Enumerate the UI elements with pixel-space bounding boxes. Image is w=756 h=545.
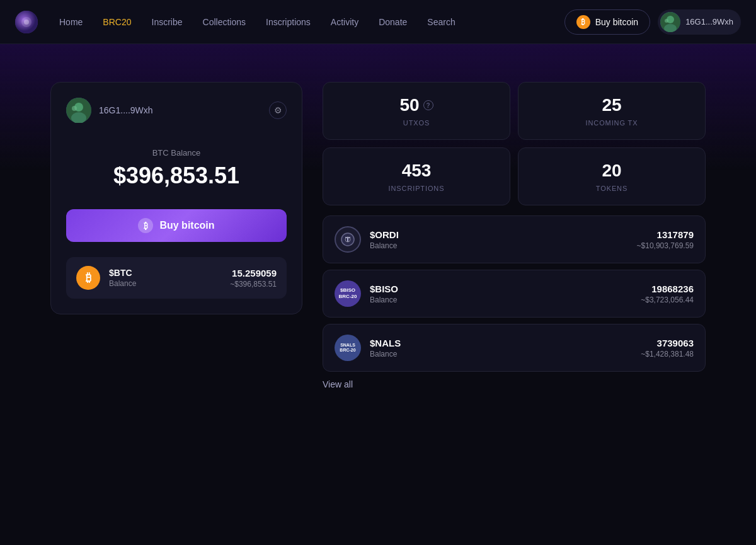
inscriptions-stat: 453 INSCRIPTIONS — [323, 147, 510, 205]
btc-balance-label: BTC Balance — [66, 148, 287, 158]
tokens-label: TOKENS — [531, 185, 692, 192]
btc-icon: ₿ — [576, 15, 590, 29]
nav-buy-bitcoin-button[interactable]: ₿ Buy bitcoin — [564, 9, 650, 35]
btc-token-balance-label: Balance — [109, 279, 221, 288]
nav-right: ₿ Buy bitcoin 16G1...9Wxh — [564, 9, 741, 35]
token-ordi-row[interactable]: $ORDI Balance 1317879 ~$10,903,769.59 — [323, 215, 706, 263]
wallet-avatar-area: 16G1....9Wxh — [66, 98, 153, 123]
btc-balance-amount: $396,853.51 — [66, 163, 287, 189]
svg-point-2 — [24, 20, 29, 25]
biso-amount: 19868236 — [641, 284, 694, 294]
nav-inscribe[interactable]: Inscribe — [143, 12, 192, 32]
token-nals-row[interactable]: SNALSBRC-20 $NALS Balance 3739063 ~$1,42… — [323, 324, 706, 372]
nav-inscriptions[interactable]: Inscriptions — [257, 12, 319, 32]
nav-collections[interactable]: Collections — [194, 12, 255, 32]
buy-bitcoin-button[interactable]: ₿ Buy bitcoin — [66, 209, 287, 242]
buy-bitcoin-icon: ₿ — [138, 218, 153, 233]
ordi-name: $ORDI — [370, 229, 628, 240]
tokens-stat: 20 TOKENS — [518, 147, 706, 205]
nals-usd: ~$1,428,381.48 — [641, 350, 694, 359]
user-address-label: 16G1...9Wxh — [685, 17, 733, 26]
ordi-info: $ORDI Balance — [370, 229, 628, 250]
nals-name: $NALS — [370, 338, 632, 348]
nav-activity[interactable]: Activity — [322, 12, 367, 32]
biso-name: $BISO — [370, 284, 632, 294]
btc-token-row[interactable]: ₿ $BTC Balance 15.259059 ~$396,853.51 — [66, 257, 287, 299]
wallet-avatar — [66, 98, 91, 123]
btc-token-amount: 15.259059 — [230, 268, 277, 278]
ordi-icon — [335, 226, 361, 253]
buy-bitcoin-btn-label: Buy bitcoin — [159, 220, 214, 231]
user-avatar — [660, 12, 680, 32]
incoming-tx-label: INCOMING TX — [531, 119, 692, 127]
nals-icon: SNALSBRC-20 — [335, 335, 361, 361]
nals-amounts: 3739063 ~$1,428,381.48 — [641, 338, 694, 359]
incoming-tx-value: 25 — [531, 95, 692, 115]
biso-balance-label: Balance — [370, 295, 632, 304]
nav-donate[interactable]: Donate — [370, 12, 416, 32]
ordi-usd: ~$10,903,769.59 — [637, 241, 694, 250]
utxos-info-icon[interactable]: ? — [423, 100, 433, 110]
nals-balance-label: Balance — [370, 350, 632, 359]
buy-bitcoin-label: Buy bitcoin — [595, 17, 638, 27]
user-profile-button[interactable]: 16G1...9Wxh — [658, 9, 741, 35]
ordi-amount: 1317879 — [637, 229, 694, 240]
nav-search[interactable]: Search — [418, 12, 464, 32]
biso-amounts: 19868236 ~$3,723,056.44 — [641, 284, 694, 304]
biso-info: $BISO Balance — [370, 284, 632, 304]
btc-token-icon: ₿ — [76, 266, 100, 290]
tokens-value: 20 — [531, 161, 692, 181]
biso-icon: $BISOBRC-20 — [335, 280, 361, 307]
main-content: 16G1....9Wxh ⚙ BTC Balance $396,853.51 ₿… — [0, 44, 756, 427]
inscriptions-label: INSCRIPTIONS — [336, 185, 497, 192]
incoming-tx-stat: 25 INCOMING TX — [518, 82, 706, 140]
stats-grid: 50 ? UTXOS 25 INCOMING TX 453 INSCRIPTIO… — [323, 82, 706, 205]
wallet-card: 16G1....9Wxh ⚙ BTC Balance $396,853.51 ₿… — [50, 82, 302, 314]
token-list: $ORDI Balance 1317879 ~$10,903,769.59 $B… — [323, 215, 706, 372]
btc-token-name: $BTC — [109, 268, 221, 278]
btc-token-info: $BTC Balance — [109, 268, 221, 288]
settings-icon[interactable]: ⚙ — [269, 101, 287, 119]
btc-token-usd: ~$396,853.51 — [230, 280, 277, 289]
utxos-value: 50 ? — [336, 95, 497, 115]
biso-usd: ~$3,723,056.44 — [641, 295, 694, 304]
utxos-label: UTXOS — [336, 119, 497, 127]
btc-token-amounts: 15.259059 ~$396,853.51 — [230, 268, 277, 289]
stats-panel: 50 ? UTXOS 25 INCOMING TX 453 INSCRIPTIO… — [323, 82, 706, 389]
nals-amount: 3739063 — [641, 338, 694, 348]
utxos-stat: 50 ? UTXOS — [323, 82, 510, 140]
ordi-balance-label: Balance — [370, 241, 628, 250]
wallet-header: 16G1....9Wxh ⚙ — [66, 98, 287, 123]
ordi-amounts: 1317879 ~$10,903,769.59 — [637, 229, 694, 250]
nals-info: $NALS Balance — [370, 338, 632, 359]
svg-point-6 — [665, 19, 668, 23]
view-all-link[interactable]: View all — [323, 379, 706, 389]
app-logo[interactable] — [15, 11, 38, 33]
svg-point-10 — [72, 106, 77, 111]
nav-links: Home BRC20 Inscribe Collections Inscript… — [50, 12, 559, 32]
wallet-address-display: 16G1....9Wxh — [99, 105, 153, 115]
inscriptions-value: 453 — [336, 161, 497, 181]
nav-home[interactable]: Home — [50, 12, 91, 32]
navbar: Home BRC20 Inscribe Collections Inscript… — [0, 0, 756, 44]
token-biso-row[interactable]: $BISOBRC-20 $BISO Balance 19868236 ~$3,7… — [323, 270, 706, 318]
nav-brc20[interactable]: BRC20 — [94, 12, 140, 32]
